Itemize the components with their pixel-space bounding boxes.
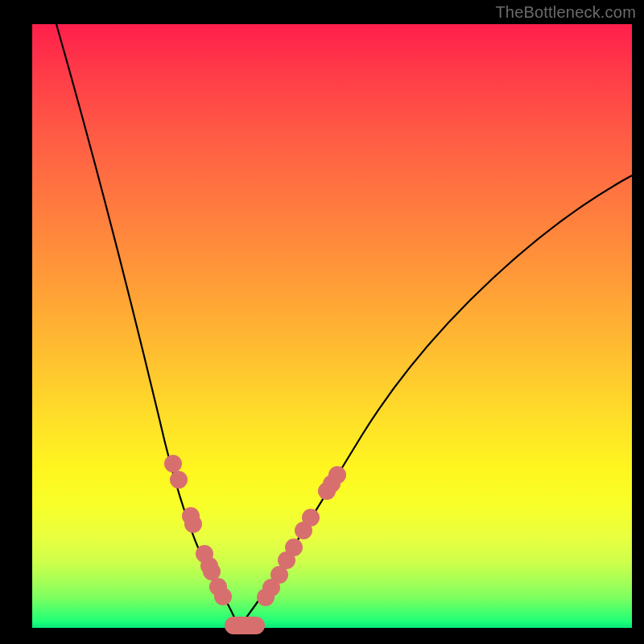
marker-dot (285, 539, 303, 556)
marker-dot (302, 509, 320, 526)
marker-dot (164, 455, 182, 473)
marker-dot (214, 588, 232, 605)
chart-plot-area (32, 24, 632, 628)
marker-dot (203, 563, 221, 580)
marker-dot (170, 471, 188, 489)
watermark-text: TheBottleneck.com (495, 3, 636, 22)
curve-left (56, 24, 239, 628)
chart-frame: TheBottleneck.com (0, 0, 644, 644)
marker-pill (225, 617, 265, 634)
marker-dot (328, 466, 346, 484)
marker-dot (184, 515, 202, 533)
chart-svg (32, 24, 632, 628)
curve-right (239, 175, 632, 628)
